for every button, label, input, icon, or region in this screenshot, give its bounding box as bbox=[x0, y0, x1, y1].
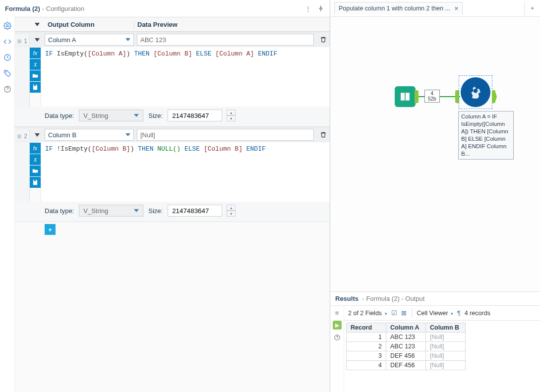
header-output-column: Output Column bbox=[45, 21, 134, 28]
formula-block-index: 2 bbox=[24, 133, 27, 140]
tag-icon[interactable] bbox=[2, 68, 12, 78]
size-label: Size: bbox=[148, 207, 163, 215]
formula-node[interactable] bbox=[461, 77, 490, 107]
dropdown-icon bbox=[125, 133, 130, 136]
configuration-header: Formula (2) - Configuration ⋮ bbox=[0, 0, 330, 17]
fields-label: 2 of 2 Fields bbox=[348, 310, 382, 317]
output-column-select[interactable]: Column B bbox=[45, 129, 134, 141]
output-column-value: Column A bbox=[48, 36, 76, 44]
configuration-title: Formula (2) bbox=[5, 5, 40, 12]
input-node-out-anchor[interactable] bbox=[415, 90, 419, 103]
size-step-up[interactable]: ▲ bbox=[227, 110, 236, 115]
formula-node-selected[interactable] bbox=[459, 75, 492, 109]
new-tab-button[interactable]: + bbox=[524, 1, 540, 15]
drag-handle-icon[interactable]: ≣ bbox=[17, 38, 22, 45]
results-column-header[interactable]: Column A bbox=[386, 323, 426, 333]
check-mode-icon[interactable]: ☑ bbox=[391, 309, 397, 317]
add-expression-button[interactable]: + bbox=[45, 224, 56, 235]
svg-point-0 bbox=[6, 25, 8, 27]
table-row[interactable]: 3DEF 456[Null] bbox=[347, 351, 466, 361]
table-row[interactable]: 2ABC 123[Null] bbox=[347, 342, 466, 351]
paragraph-icon[interactable]: ¶ bbox=[457, 310, 461, 317]
input-node[interactable] bbox=[395, 86, 416, 107]
expression-editor[interactable]: IF IsEmpty([Column A]) THEN [Column B] E… bbox=[41, 47, 330, 107]
data-preview-value: [Null] bbox=[137, 129, 314, 141]
config-side-toolbar bbox=[0, 17, 15, 392]
size-label: Size: bbox=[148, 112, 163, 119]
close-tab-icon[interactable]: × bbox=[454, 4, 458, 12]
save-expression-button[interactable] bbox=[30, 82, 41, 93]
connection-bytecount: 52b bbox=[428, 96, 436, 102]
help-icon[interactable] bbox=[2, 84, 12, 94]
formula-block-index: 1 bbox=[24, 38, 27, 45]
cell-record: 2 bbox=[347, 342, 386, 351]
size-step-down[interactable]: ▼ bbox=[227, 211, 236, 217]
results-panel: ≡ ▶ 2 of 2 Fields ▾ ☑ ⊠ Cell Viewer bbox=[330, 305, 540, 392]
cell-viewer-dropdown[interactable]: Cell Viewer ▾ bbox=[417, 310, 453, 317]
code-icon[interactable] bbox=[2, 37, 12, 47]
results-column-header[interactable]: Record bbox=[347, 323, 386, 333]
expression-editor[interactable]: IF !IsEmpty([Column B]) THEN NULL() ELSE… bbox=[41, 142, 330, 202]
fx-insert-button[interactable]: fx bbox=[30, 143, 41, 154]
data-type-select[interactable]: V_String bbox=[79, 205, 143, 217]
formula-block-2: ≣ 2 Column B [Null] bbox=[15, 127, 330, 222]
save-expression-button[interactable] bbox=[30, 177, 41, 188]
cell-record: 1 bbox=[347, 333, 386, 342]
formula-block-1: ≣ 1 Column A ABC 123 bbox=[15, 32, 330, 127]
results-column-header[interactable]: Column B bbox=[426, 323, 466, 333]
svg-rect-5 bbox=[34, 85, 36, 86]
size-input[interactable] bbox=[168, 110, 222, 121]
table-row[interactable]: 4DEF 456[Null] bbox=[347, 361, 466, 370]
output-column-value: Column B bbox=[48, 131, 76, 139]
fx-insert-button[interactable]: fx bbox=[30, 48, 41, 58]
collapse-all-icon[interactable] bbox=[35, 23, 40, 26]
gear-icon[interactable] bbox=[2, 21, 12, 31]
formula-node-out-anchor[interactable] bbox=[492, 90, 497, 103]
results-title: Results bbox=[335, 295, 359, 302]
connection-rowcount: 4 bbox=[428, 91, 436, 96]
data-type-label: Data type: bbox=[45, 207, 74, 215]
size-step-up[interactable]: ▲ bbox=[227, 205, 236, 211]
data-type-label: Data type: bbox=[45, 112, 74, 119]
size-input[interactable] bbox=[168, 205, 222, 217]
collapse-icon[interactable] bbox=[35, 38, 40, 42]
fields-dropdown[interactable]: 2 of 2 Fields ▾ bbox=[348, 310, 387, 317]
data-type-select[interactable]: V_String bbox=[79, 110, 143, 121]
collapse-icon[interactable] bbox=[35, 133, 40, 137]
more-options-icon[interactable]: ⋮ bbox=[303, 3, 313, 13]
output-anchor-icon[interactable]: ▶ bbox=[333, 321, 342, 330]
svg-point-10 bbox=[337, 339, 337, 339]
cell-column-b: [Null] bbox=[426, 361, 466, 370]
help-icon[interactable] bbox=[333, 334, 341, 341]
delete-expression-button[interactable] bbox=[317, 36, 330, 43]
data-preview-value: ABC 123 bbox=[137, 34, 314, 46]
output-column-select[interactable]: Column A bbox=[45, 34, 134, 46]
cell-column-a: ABC 123 bbox=[386, 342, 426, 351]
canvas-tab[interactable]: Populate column 1 with column 2 then ...… bbox=[334, 2, 463, 14]
variable-insert-button[interactable]: X bbox=[30, 154, 41, 165]
svg-point-4 bbox=[7, 91, 7, 91]
drag-handle-icon[interactable]: ≣ bbox=[17, 133, 22, 140]
size-step-down[interactable]: ▼ bbox=[227, 115, 236, 121]
cell-column-a: DEF 456 bbox=[386, 351, 426, 361]
cell-record: 4 bbox=[347, 361, 386, 370]
pin-icon[interactable] bbox=[316, 3, 326, 13]
canvas-tab-label: Populate column 1 with column 2 then ... bbox=[339, 5, 450, 12]
cell-viewer-label: Cell Viewer bbox=[417, 310, 448, 317]
workflow-canvas[interactable]: 4 52b Column A = IF IsEmpty([Column A]) … bbox=[330, 17, 540, 292]
clock-icon[interactable] bbox=[2, 53, 12, 62]
formula-grid-area: Output Column Data Preview ≣ 1 Column A bbox=[15, 17, 330, 392]
table-row[interactable]: 1ABC 123[Null] bbox=[347, 333, 466, 342]
dropdown-icon bbox=[125, 38, 130, 41]
folder-button[interactable] bbox=[30, 70, 41, 81]
results-table: RecordColumn AColumn B 1ABC 123[Null]2AB… bbox=[346, 323, 466, 370]
cell-column-b: [Null] bbox=[426, 333, 466, 342]
dropdown-icon bbox=[134, 209, 139, 212]
variable-insert-button[interactable]: X bbox=[30, 59, 41, 70]
list-icon[interactable]: ≡ bbox=[333, 309, 341, 317]
cell-column-b: [Null] bbox=[426, 351, 466, 361]
folder-button[interactable] bbox=[30, 166, 41, 176]
clear-icon[interactable]: ⊠ bbox=[401, 309, 407, 317]
formula-grid-header: Output Column Data Preview bbox=[15, 17, 330, 32]
delete-expression-button[interactable] bbox=[317, 131, 330, 138]
